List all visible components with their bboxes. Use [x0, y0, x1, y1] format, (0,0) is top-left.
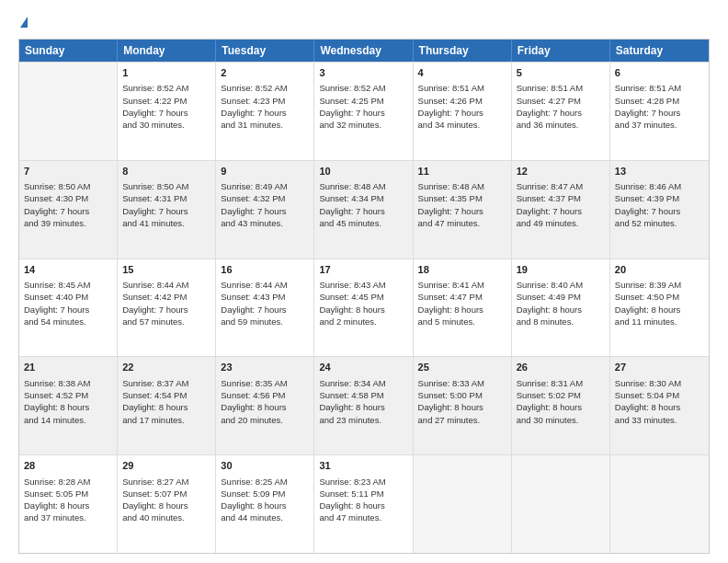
day-info-line: and 17 minutes.: [122, 414, 210, 426]
calendar-cell: 26Sunrise: 8:31 AMSunset: 5:02 PMDayligh…: [512, 357, 610, 454]
calendar-week-row: 1Sunrise: 8:52 AMSunset: 4:22 PMDaylight…: [19, 62, 709, 160]
day-info-line: and 36 minutes.: [517, 119, 605, 131]
calendar-cell: 22Sunrise: 8:37 AMSunset: 4:54 PMDayligh…: [118, 357, 216, 454]
day-info-line: Sunrise: 8:52 AM: [122, 82, 210, 94]
day-number: 12: [517, 165, 605, 178]
day-number: 24: [319, 361, 407, 374]
day-number: 18: [418, 263, 506, 277]
day-info-line: Sunrise: 8:52 AM: [221, 82, 309, 94]
day-info-line: Sunset: 4:37 PM: [517, 192, 605, 204]
day-info-line: Daylight: 8 hours: [517, 401, 605, 413]
day-number: 19: [517, 263, 605, 277]
calendar-cell: 31Sunrise: 8:23 AMSunset: 5:11 PMDayligh…: [314, 455, 413, 553]
day-info-line: Sunrise: 8:33 AM: [418, 377, 506, 389]
day-info-line: Daylight: 8 hours: [319, 401, 407, 413]
day-info-line: Sunrise: 8:23 AM: [319, 476, 407, 488]
day-info-line: Daylight: 8 hours: [615, 401, 704, 413]
calendar-week-row: 14Sunrise: 8:45 AMSunset: 4:40 PMDayligh…: [19, 259, 709, 357]
page: SundayMondayTuesdayWednesdayThursdayFrid…: [0, 0, 728, 563]
day-info-line: Daylight: 7 hours: [517, 205, 605, 217]
day-number: 21: [24, 361, 112, 374]
day-number: 4: [418, 66, 506, 80]
day-info-line: Sunrise: 8:51 AM: [418, 82, 506, 94]
day-info-line: Sunset: 4:39 PM: [615, 192, 704, 204]
day-info-line: and 45 minutes.: [319, 217, 407, 229]
day-info-line: and 27 minutes.: [418, 414, 506, 426]
day-number: 25: [418, 361, 506, 374]
day-number: 13: [615, 165, 704, 178]
day-number: 8: [122, 165, 210, 178]
day-number: 28: [24, 459, 112, 473]
calendar-cell: 21Sunrise: 8:38 AMSunset: 4:52 PMDayligh…: [19, 357, 118, 454]
calendar-header: SundayMondayTuesdayWednesdayThursdayFrid…: [19, 40, 709, 62]
day-info-line: Sunrise: 8:43 AM: [319, 279, 407, 291]
calendar-cell: 28Sunrise: 8:28 AMSunset: 5:05 PMDayligh…: [19, 455, 118, 553]
calendar-cell: 24Sunrise: 8:34 AMSunset: 4:58 PMDayligh…: [314, 357, 413, 454]
calendar-cell: 27Sunrise: 8:30 AMSunset: 5:04 PMDayligh…: [610, 357, 709, 454]
calendar: SundayMondayTuesdayWednesdayThursdayFrid…: [18, 39, 710, 554]
day-info-line: Sunrise: 8:44 AM: [221, 279, 309, 291]
day-number: 1: [122, 66, 210, 80]
day-number: 7: [24, 165, 112, 178]
calendar-cell: 29Sunrise: 8:27 AMSunset: 5:07 PMDayligh…: [118, 455, 216, 553]
day-info-line: Sunrise: 8:49 AM: [221, 180, 309, 192]
day-info-line: Sunset: 4:23 PM: [221, 95, 309, 107]
day-info-line: Daylight: 7 hours: [517, 107, 605, 119]
day-info-line: and 52 minutes.: [615, 217, 704, 229]
calendar-cell: 9Sunrise: 8:49 AMSunset: 4:32 PMDaylight…: [216, 161, 314, 259]
calendar-cell: 16Sunrise: 8:44 AMSunset: 4:43 PMDayligh…: [216, 259, 314, 357]
calendar-week-row: 7Sunrise: 8:50 AMSunset: 4:30 PMDaylight…: [19, 160, 709, 259]
day-info-line: Sunrise: 8:39 AM: [615, 279, 704, 291]
day-info-line: Sunset: 5:00 PM: [418, 389, 506, 401]
day-info-line: Sunset: 4:42 PM: [122, 291, 210, 303]
day-info-line: Daylight: 8 hours: [122, 500, 210, 511]
day-info-line: Daylight: 7 hours: [221, 304, 309, 316]
calendar-cell: 11Sunrise: 8:48 AMSunset: 4:35 PMDayligh…: [414, 161, 512, 259]
day-info-line: Daylight: 7 hours: [221, 205, 309, 217]
day-info-line: Sunrise: 8:25 AM: [221, 476, 309, 488]
day-number: 22: [122, 361, 210, 374]
day-number: 30: [221, 459, 309, 473]
calendar-cell: 12Sunrise: 8:47 AMSunset: 4:37 PMDayligh…: [512, 161, 610, 259]
calendar-cell: 19Sunrise: 8:40 AMSunset: 4:49 PMDayligh…: [512, 259, 610, 357]
day-info-line: Daylight: 8 hours: [418, 401, 506, 413]
day-info-line: and 32 minutes.: [319, 119, 407, 131]
calendar-cell: 14Sunrise: 8:45 AMSunset: 4:40 PMDayligh…: [19, 259, 118, 357]
calendar-cell: 18Sunrise: 8:41 AMSunset: 4:47 PMDayligh…: [414, 259, 512, 357]
day-info-line: Daylight: 8 hours: [418, 304, 506, 316]
day-info-line: Sunset: 4:45 PM: [319, 291, 407, 303]
logo: [18, 17, 28, 29]
day-info-line: and 44 minutes.: [221, 511, 309, 523]
day-info-line: and 47 minutes.: [418, 217, 506, 229]
calendar-cell: 23Sunrise: 8:35 AMSunset: 4:56 PMDayligh…: [216, 357, 314, 454]
logo-triangle-icon: [20, 17, 28, 28]
day-info-line: and 14 minutes.: [24, 414, 112, 426]
day-info-line: and 23 minutes.: [319, 414, 407, 426]
day-info-line: Sunset: 4:52 PM: [24, 389, 112, 401]
calendar-cell: 10Sunrise: 8:48 AMSunset: 4:34 PMDayligh…: [314, 161, 413, 259]
day-number: 3: [319, 66, 407, 80]
day-info-line: and 57 minutes.: [122, 316, 210, 327]
cal-header-day: Thursday: [414, 40, 512, 62]
cal-header-day: Monday: [118, 40, 216, 62]
day-info-line: Sunrise: 8:51 AM: [615, 82, 704, 94]
day-info-line: and 2 minutes.: [319, 316, 407, 327]
day-info-line: Sunset: 4:56 PM: [221, 389, 309, 401]
day-info-line: Sunrise: 8:47 AM: [517, 180, 605, 192]
day-number: 23: [221, 361, 309, 374]
calendar-cell: [610, 455, 709, 553]
day-info-line: Sunrise: 8:48 AM: [418, 180, 506, 192]
calendar-cell: 5Sunrise: 8:51 AMSunset: 4:27 PMDaylight…: [512, 63, 610, 160]
calendar-cell: 7Sunrise: 8:50 AMSunset: 4:30 PMDaylight…: [19, 161, 118, 259]
day-info-line: Sunset: 5:09 PM: [221, 488, 309, 500]
day-number: 2: [221, 66, 309, 80]
day-number: 10: [319, 165, 407, 178]
day-info-line: Daylight: 7 hours: [319, 107, 407, 119]
cal-header-day: Saturday: [610, 40, 709, 62]
day-info-line: Daylight: 8 hours: [24, 500, 112, 511]
day-info-line: Daylight: 7 hours: [122, 107, 210, 119]
day-info-line: Sunrise: 8:31 AM: [517, 377, 605, 389]
day-number: 14: [24, 263, 112, 277]
calendar-cell: 20Sunrise: 8:39 AMSunset: 4:50 PMDayligh…: [610, 259, 709, 357]
day-info-line: and 34 minutes.: [418, 119, 506, 131]
